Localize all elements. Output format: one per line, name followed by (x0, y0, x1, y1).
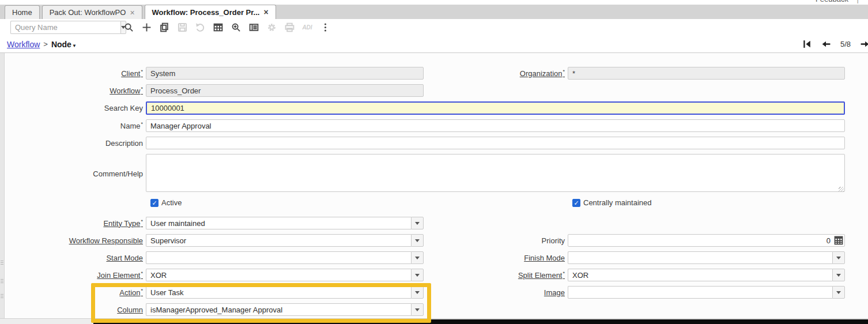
feedback-divider: | (857, 0, 859, 3)
toolbar: ADI (0, 19, 868, 36)
form-row: Name* (5, 119, 868, 132)
column-dropdown-button[interactable] (411, 303, 424, 316)
chevron-down-icon (415, 239, 420, 242)
field-label-priority: Priority (424, 236, 568, 245)
breadcrumb-node-menu[interactable]: Node▼ (51, 40, 77, 49)
split-element-dropdown-button[interactable] (832, 269, 845, 281)
field-label-action[interactable]: Action* (5, 288, 146, 297)
form-row: Workflow* (5, 84, 868, 97)
field-label-column[interactable]: Column (5, 306, 146, 314)
field-label-split-element[interactable]: Split Element* (424, 270, 568, 280)
browser-top-strip: Feedback | (0, 0, 868, 5)
workflow-responsible-dropdown-button[interactable] (411, 234, 424, 247)
field-label-description: Description (5, 139, 146, 148)
search-key-input[interactable] (146, 101, 845, 115)
form-row: ✓ Active ✓ Centrally maintained (5, 198, 868, 208)
field-label-workflow-responsible[interactable]: Workflow Responsible (5, 236, 146, 245)
print-icon[interactable] (284, 22, 295, 33)
record-position: 5/8 (840, 40, 851, 48)
workflow-node-form: Client* Organization* Workflow* Search K… (5, 53, 868, 318)
chevron-down-icon (415, 274, 420, 277)
workflow-node-window: Feedback | Home Pack Out: WorkflowPO × W… (0, 0, 868, 324)
centrally-maintained-checkbox[interactable]: ✓ Centrally maintained (572, 198, 652, 207)
join-element-dropdown-button[interactable] (411, 269, 424, 281)
chevron-down-icon (415, 222, 420, 225)
new-record-icon[interactable] (141, 22, 152, 33)
image-input[interactable] (568, 286, 832, 299)
field-label-image[interactable]: Image (424, 288, 568, 297)
left-splitter[interactable] (0, 53, 5, 318)
field-label-comment-help: Comment/Help (5, 169, 146, 178)
workflow-responsible-input[interactable] (146, 234, 411, 247)
form-row: Start Mode Finish Mode (5, 251, 868, 264)
process-gear-icon[interactable] (266, 22, 277, 33)
active-checkbox[interactable]: ✓ Active (150, 198, 182, 207)
chevron-down-icon (415, 291, 420, 294)
entity-type-dropdown-button[interactable] (411, 217, 424, 229)
finish-mode-dropdown-button[interactable] (832, 251, 845, 264)
checkmark-icon: ✓ (572, 199, 580, 207)
action-input[interactable] (146, 286, 411, 299)
feedback-link[interactable]: Feedback (816, 0, 848, 3)
breadcrumb-separator: > (43, 40, 48, 48)
find-icon[interactable] (123, 22, 134, 33)
previous-record-icon[interactable] (821, 39, 831, 49)
chevron-down-icon (415, 257, 420, 259)
undo-icon[interactable] (195, 22, 205, 33)
form-panel: Client* Organization* Workflow* Search K… (0, 53, 868, 319)
splitter-grip-icon (1, 294, 3, 299)
field-label-client[interactable]: Client* (5, 69, 146, 78)
entity-type-input[interactable] (146, 217, 411, 229)
chevron-down-icon (836, 291, 841, 294)
form-row: Workflow Responsible Priority (5, 234, 868, 247)
form-row: Comment/Help (5, 154, 868, 194)
field-label-finish-mode[interactable]: Finish Mode (424, 254, 568, 262)
image-dropdown-button[interactable] (832, 286, 845, 299)
zoom-across-icon[interactable] (231, 22, 241, 33)
comment-help-textarea[interactable] (146, 154, 845, 192)
next-record-icon[interactable] (860, 39, 868, 49)
organization-field (568, 67, 845, 80)
workflow-field (146, 84, 424, 97)
field-label-entity-type[interactable]: Entity Type* (5, 218, 146, 228)
toolbar-icons: ADI (123, 22, 330, 33)
field-label-join-element[interactable]: Join Element* (5, 270, 146, 280)
checkmark-icon: ✓ (150, 199, 158, 207)
start-mode-input[interactable] (146, 251, 411, 264)
adi-icon[interactable]: ADI (302, 22, 312, 33)
close-icon[interactable]: × (263, 8, 268, 16)
first-record-icon[interactable] (802, 39, 812, 49)
name-input[interactable] (146, 119, 845, 132)
grid-toggle-icon[interactable] (213, 22, 223, 33)
tab-workflow-process-order[interactable]: Workflow: Process_Order Pr... × (145, 5, 276, 19)
report-icon[interactable] (248, 22, 259, 33)
split-element-input[interactable] (568, 269, 832, 281)
field-label-workflow[interactable]: Workflow* (5, 86, 146, 95)
column-input[interactable] (146, 303, 411, 316)
tab-label: Workflow: Process_Order Pr... (152, 8, 260, 17)
active-checkbox-label: Active (161, 198, 182, 207)
tab-home[interactable]: Home (5, 5, 40, 19)
tab-pack-out-workflowpo[interactable]: Pack Out: WorkflowPO × (42, 5, 142, 19)
field-label-organization[interactable]: Organization* (424, 69, 568, 78)
more-options-icon[interactable] (320, 22, 330, 33)
chevron-down-icon: ▼ (72, 43, 77, 48)
chevron-down-icon (836, 257, 841, 259)
form-row: Client* Organization* (5, 67, 868, 80)
calculator-icon[interactable] (834, 236, 843, 247)
finish-mode-input[interactable] (568, 251, 832, 264)
copy-record-icon[interactable] (159, 22, 169, 33)
start-mode-dropdown-button[interactable] (411, 251, 424, 264)
action-dropdown-button[interactable] (411, 286, 424, 299)
join-element-input[interactable] (146, 269, 411, 281)
close-icon[interactable]: × (130, 9, 134, 17)
save-icon[interactable] (177, 22, 187, 33)
breadcrumb-workflow-link[interactable]: Workflow (7, 40, 40, 49)
field-label-search-key: Search Key (5, 104, 146, 112)
taskbar-edge (93, 319, 868, 324)
priority-input[interactable] (568, 234, 845, 247)
query-name-input[interactable] (10, 21, 120, 34)
field-label-start-mode[interactable]: Start Mode (5, 254, 146, 262)
description-input[interactable] (146, 137, 845, 149)
chevron-down-icon (415, 308, 420, 311)
